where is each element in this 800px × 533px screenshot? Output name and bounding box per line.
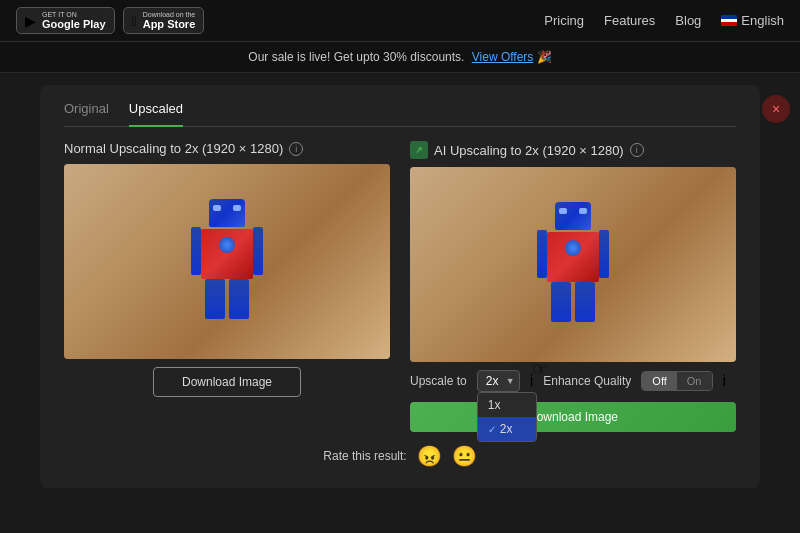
language-selector[interactable]: English bbox=[721, 13, 784, 28]
nav-pricing[interactable]: Pricing bbox=[544, 13, 584, 28]
robot-legs bbox=[187, 279, 267, 319]
rate-neutral-button[interactable]: 😐 bbox=[452, 444, 477, 468]
google-play-small-text: GET IT ON bbox=[42, 11, 106, 19]
google-play-badge[interactable]: ▶ GET IT ON Google Play bbox=[16, 7, 115, 35]
tab-upscaled[interactable]: Upscaled bbox=[129, 101, 183, 127]
robot-arm-left-r bbox=[537, 230, 547, 278]
robot-arm-left bbox=[191, 227, 201, 275]
left-panel: Normal Upscaling to 2x (1920 × 1280) i bbox=[64, 141, 390, 432]
app-store-big-text: App Store bbox=[143, 18, 196, 30]
google-play-big-text: Google Play bbox=[42, 18, 106, 30]
right-panel: ↗ AI Upscaling to 2x (1920 × 1280) i bbox=[410, 141, 736, 432]
tabs: Original Upscaled bbox=[64, 101, 736, 127]
comparison-area: Normal Upscaling to 2x (1920 × 1280) i bbox=[64, 141, 736, 432]
language-label: English bbox=[741, 13, 784, 28]
view-offers-link[interactable]: View Offers bbox=[472, 50, 534, 64]
app-store-badge[interactable]:  Download on the App Store bbox=[123, 7, 205, 35]
ai-badge-icon: ↗ bbox=[410, 141, 428, 159]
upscale-select[interactable]: 2x 1x bbox=[477, 370, 520, 392]
app-store-small-text: Download on the bbox=[143, 11, 196, 19]
toggle-off-btn[interactable]: Off bbox=[642, 372, 676, 390]
robot-torso bbox=[201, 229, 253, 279]
right-image-frame bbox=[410, 167, 736, 362]
robot-figure-left bbox=[187, 199, 267, 359]
upscale-label: Upscale to bbox=[410, 374, 467, 388]
check-icon: ✓ bbox=[488, 424, 496, 435]
left-panel-controls: Download Image bbox=[64, 367, 390, 397]
rate-section: Rate this result: 😠 😐 bbox=[64, 444, 736, 468]
upscale-row: Upscale to 2x 1x ▼ 1x bbox=[410, 370, 736, 392]
robot-arm-right-r bbox=[599, 230, 609, 278]
robot-head-right bbox=[555, 202, 591, 230]
download-wrap: Download Image ☞ bbox=[410, 398, 736, 432]
robot-leg-right bbox=[229, 279, 249, 319]
right-panel-title: ↗ AI Upscaling to 2x (1920 × 1280) i bbox=[410, 141, 736, 159]
upscale-select-wrap: 2x 1x ▼ 1x ✓ 2x bbox=[477, 370, 520, 392]
right-panel-controls: Upscale to 2x 1x ▼ 1x bbox=[410, 370, 736, 432]
sale-emoji: 🎉 bbox=[537, 50, 552, 64]
robot-head bbox=[209, 199, 245, 227]
left-robot-image bbox=[64, 164, 390, 359]
sale-banner: Our sale is live! Get upto 30% discounts… bbox=[0, 42, 800, 73]
nav-links: Pricing Features Blog English bbox=[544, 13, 784, 28]
enhance-info-icon[interactable]: i bbox=[723, 372, 727, 390]
flag-icon bbox=[721, 15, 737, 26]
nav-features[interactable]: Features bbox=[604, 13, 655, 28]
left-info-icon[interactable]: i bbox=[289, 142, 303, 156]
rate-label: Rate this result: bbox=[323, 449, 406, 463]
upscale-dropdown-menu: 1x ✓ 2x bbox=[477, 392, 537, 442]
robot-leg-left-r bbox=[551, 282, 571, 322]
dropdown-item-1x[interactable]: 1x bbox=[478, 393, 536, 417]
close-button[interactable]: × bbox=[762, 95, 790, 123]
topbar: ▶ GET IT ON Google Play  Download on th… bbox=[0, 0, 800, 42]
right-download-button[interactable]: Download Image bbox=[410, 402, 736, 432]
robot-torso-r bbox=[547, 232, 599, 282]
main-content: × Original Upscaled Normal Upscaling to … bbox=[40, 85, 760, 488]
right-robot-image bbox=[410, 167, 736, 362]
robot-leg-right-r bbox=[575, 282, 595, 322]
robot-arm-right bbox=[253, 227, 263, 275]
enhance-toggle: Off On bbox=[641, 371, 712, 391]
enhance-label: Enhance Quality bbox=[543, 374, 631, 388]
nav-blog[interactable]: Blog bbox=[675, 13, 701, 28]
dropdown-item-2x[interactable]: ✓ 2x bbox=[478, 417, 536, 441]
store-badges: ▶ GET IT ON Google Play  Download on th… bbox=[16, 7, 204, 35]
sale-text: Our sale is live! Get upto 30% discounts… bbox=[248, 50, 464, 64]
right-info-icon[interactable]: i bbox=[630, 143, 644, 157]
tab-original[interactable]: Original bbox=[64, 101, 109, 120]
left-panel-title: Normal Upscaling to 2x (1920 × 1280) i bbox=[64, 141, 390, 156]
rate-bad-button[interactable]: 😠 bbox=[417, 444, 442, 468]
robot-figure-right bbox=[533, 202, 613, 362]
toggle-on-btn[interactable]: On bbox=[677, 372, 712, 390]
apple-icon:  bbox=[132, 13, 137, 29]
left-download-button[interactable]: Download Image bbox=[153, 367, 301, 397]
robot-legs-r bbox=[533, 282, 613, 322]
play-icon: ▶ bbox=[25, 13, 36, 29]
upscale-info-icon[interactable]: i bbox=[530, 372, 534, 390]
robot-leg-left bbox=[205, 279, 225, 319]
left-image-frame bbox=[64, 164, 390, 359]
